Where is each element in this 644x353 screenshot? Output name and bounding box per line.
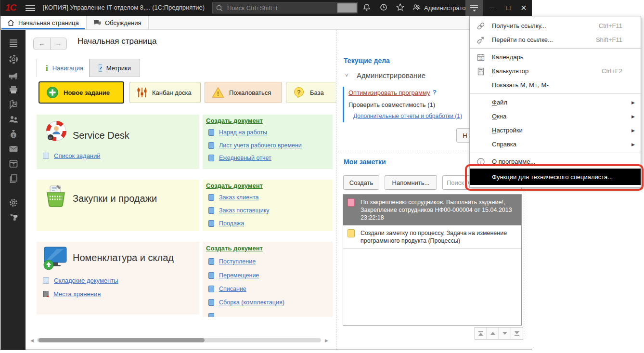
- close-button[interactable]: ✕: [515, 0, 532, 16]
- main-sections-menu-icon[interactable]: [26, 4, 35, 12]
- administration-group-label[interactable]: Администрирование: [357, 71, 425, 79]
- settings-gear-icon[interactable]: [8, 197, 19, 208]
- minimize-button[interactable]: ─: [484, 0, 500, 16]
- printer-icon[interactable]: [8, 85, 19, 95]
- task-list-link[interactable]: Список заданий: [54, 152, 101, 159]
- notes-list: По закреплению сотрудников. Выполнить за…: [343, 194, 522, 326]
- task-list-icon: [43, 153, 49, 159]
- complain-label: Пожаловаться: [229, 89, 271, 96]
- kanban-board-button[interactable]: Канбан доска: [129, 82, 201, 103]
- go-last-button[interactable]: [511, 327, 523, 340]
- menu-item-help[interactable]: Справка ▶: [470, 137, 641, 151]
- employees-icon[interactable]: [8, 114, 19, 125]
- monitor-icon: [42, 246, 69, 271]
- note-icon: [348, 198, 355, 207]
- application-root: 1С [КОПИЯ] Управление IT-отделом 8,... (…: [0, 0, 644, 353]
- menu-item-calculator[interactable]: Калькулятор Ctrl+F2: [470, 64, 641, 78]
- create-link[interactable]: Списание: [219, 286, 246, 292]
- menu-label: Калькулятор: [492, 67, 528, 75]
- money-bag-icon[interactable]: $: [8, 129, 19, 139]
- vehicle-icon[interactable]: [8, 71, 19, 81]
- create-link[interactable]: Сборка (комплектация): [219, 299, 284, 306]
- menu-label: Показать М, М+, М-: [492, 81, 549, 89]
- create-link[interactable]: Перемещение: [219, 272, 259, 279]
- create-link[interactable]: Наряд на работы: [219, 129, 267, 136]
- go-prev-button[interactable]: [487, 327, 499, 340]
- optimize-program-link[interactable]: Оптимизировать программу: [348, 89, 430, 96]
- create-link[interactable]: Поступление: [219, 258, 256, 265]
- kanban-sliders-icon: [137, 87, 147, 98]
- menu-item-tech-functions[interactable]: Функции для технического специалиста...: [470, 169, 641, 185]
- campaigns-mail-icon[interactable]: [8, 144, 19, 154]
- maximize-button[interactable]: □: [500, 0, 516, 16]
- knowledge-base-button[interactable]: ? База: [286, 82, 336, 103]
- create-document-heading[interactable]: Создать документ: [206, 182, 263, 189]
- additional-reports-link[interactable]: Дополнительные отчеты и обработки (1): [353, 113, 462, 119]
- create-link[interactable]: Ежедневный отчет: [219, 155, 271, 161]
- menu-item-about[interactable]: i О программе...: [470, 155, 641, 169]
- tab-metrics-label: Метрики: [106, 65, 131, 72]
- global-search-box[interactable]: [212, 2, 358, 13]
- desktop-menu-icon[interactable]: [8, 38, 19, 48]
- search-input[interactable]: [226, 4, 339, 12]
- menu-label: Окна: [492, 113, 506, 120]
- documents-icon[interactable]: [8, 173, 19, 184]
- history-nav: ← →: [33, 38, 67, 50]
- forward-button[interactable]: →: [51, 38, 67, 50]
- note-remind-button[interactable]: Напомнить...: [385, 175, 437, 190]
- nomenclature-title: Номенклатура и склад: [73, 252, 174, 263]
- search-grip[interactable]: [337, 3, 357, 13]
- menu-item-show-m[interactable]: Показать М, М+, М-: [470, 78, 641, 92]
- optimize-help-icon[interactable]: ?: [433, 89, 437, 96]
- menu-shortcut: Shift+F11: [596, 36, 641, 43]
- scroll-right-arrow[interactable]: ▶: [325, 338, 328, 343]
- horizontal-scrollbar[interactable]: [37, 338, 321, 342]
- map-flag-icon[interactable]: [8, 99, 19, 110]
- svg-text:16: 16: [479, 57, 483, 60]
- note-create-button[interactable]: Создать: [343, 175, 379, 190]
- create-document-heading[interactable]: Создать документ: [206, 117, 263, 124]
- service-desk-icon[interactable]: [8, 54, 19, 65]
- menu-item-follow-link[interactable]: Перейти по ссылке... Shift+F11: [470, 33, 641, 47]
- menu-item-file[interactable]: Файл ▶: [470, 95, 641, 109]
- notifications-bell-icon[interactable]: [361, 3, 373, 13]
- service-desk-lifebuoy-icon: IT: [44, 119, 68, 143]
- menu-item-calendar[interactable]: 16 Календарь: [470, 50, 641, 64]
- menu-item-windows[interactable]: Окна ▶: [470, 109, 641, 123]
- note-item[interactable]: Создали заметку по процессу, Задача на и…: [343, 225, 521, 249]
- group-accent-bar: [343, 87, 344, 122]
- complain-button[interactable]: ! Пожаловаться: [205, 82, 282, 103]
- create-link[interactable]: Заказ поставщику: [219, 207, 270, 214]
- warehouse-docs-link[interactable]: Складские документы: [54, 277, 118, 284]
- main-menu-button[interactable]: [465, 0, 483, 16]
- scrollbar-thumb[interactable]: [39, 338, 205, 342]
- tab-discussions[interactable]: Обсуждения: [86, 16, 149, 29]
- create-document-heading[interactable]: Создать документ: [206, 245, 263, 252]
- new-task-button[interactable]: Новое задание: [39, 82, 124, 103]
- tab-home-label: Начальная страница: [18, 19, 79, 26]
- app-window: 1С [КОПИЯ] Управление IT-отделом 8,... (…: [0, 0, 532, 350]
- go-next-button[interactable]: [499, 327, 511, 340]
- go-first-button[interactable]: [475, 327, 487, 340]
- current-user-label[interactable]: Администратор: [424, 4, 469, 12]
- create-link[interactable]: Заказ клиента: [219, 194, 259, 201]
- calendar-7-icon[interactable]: 7: [8, 158, 19, 169]
- tab-home-page[interactable]: Начальная страница: [0, 16, 86, 29]
- tab-metrics[interactable]: Метрики: [90, 59, 140, 77]
- create-link[interactable]: Продажа: [219, 220, 244, 227]
- users-icon[interactable]: [410, 3, 423, 13]
- menu-item-settings[interactable]: Настройки ▶: [470, 123, 641, 137]
- scroll-left-arrow[interactable]: ◀: [30, 338, 34, 343]
- menu-item-get-link[interactable]: Получить ссылку... Ctrl+F11: [470, 19, 641, 33]
- history-icon[interactable]: [377, 3, 390, 13]
- tab-navigation[interactable]: i Навигация: [37, 59, 90, 77]
- menu-label: О программе...: [492, 158, 535, 165]
- note-item[interactable]: По закреплению сотрудников. Выполнить за…: [343, 195, 521, 225]
- warehouse-docs-icon: [43, 277, 49, 284]
- back-button[interactable]: ←: [34, 38, 51, 50]
- phone-chat-icon[interactable]: [8, 213, 19, 224]
- create-link[interactable]: Лист учета рабочего времени: [219, 142, 302, 149]
- storage-link[interactable]: Места хранения: [53, 290, 101, 298]
- favorites-star-icon[interactable]: [394, 3, 406, 13]
- chevron-down-icon[interactable]: ˅: [345, 72, 348, 78]
